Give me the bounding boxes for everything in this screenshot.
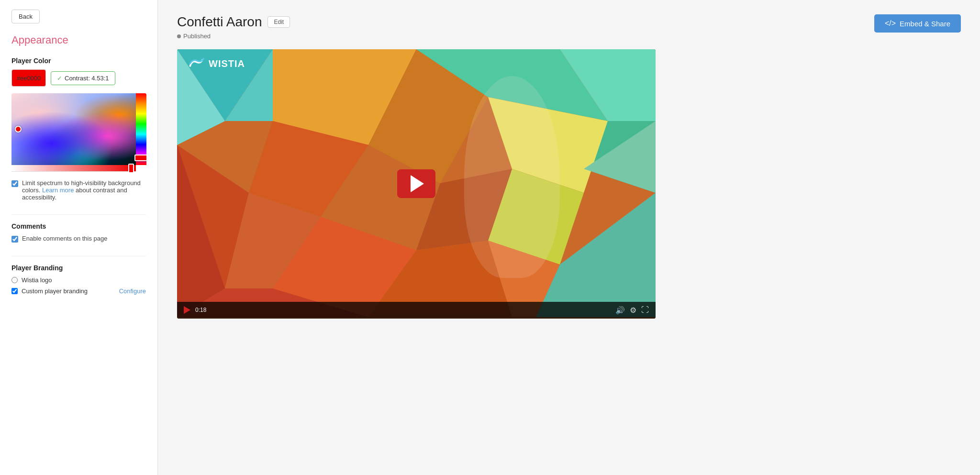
spectrum-dot[interactable] bbox=[15, 126, 22, 133]
main-content: Confetti Aaron Edit Published </> Embed … bbox=[158, 0, 980, 475]
color-hex-value: #ee0000 bbox=[17, 75, 41, 82]
configure-link[interactable]: Configure bbox=[119, 287, 146, 295]
hue-slider[interactable] bbox=[136, 93, 146, 165]
spectrum-canvas bbox=[11, 93, 146, 165]
limit-spectrum-text: Limit spectrum to high-visibility backgr… bbox=[22, 179, 146, 201]
divider-2 bbox=[11, 256, 146, 256]
embed-share-button[interactable]: </> Embed & Share bbox=[874, 14, 961, 33]
contrast-check-icon: ✓ bbox=[57, 75, 62, 82]
custom-branding-text: Custom player branding bbox=[22, 287, 88, 295]
opacity-thumb[interactable] bbox=[128, 164, 134, 173]
video-overlay[interactable] bbox=[177, 49, 656, 319]
hue-thumb[interactable] bbox=[134, 155, 146, 161]
opacity-bar[interactable] bbox=[11, 165, 136, 172]
enable-comments-row: Enable comments on this page bbox=[11, 235, 146, 243]
play-control-icon[interactable] bbox=[184, 306, 190, 314]
color-spectrum[interactable] bbox=[11, 93, 146, 165]
custom-branding-row: Custom player branding Configure bbox=[11, 287, 146, 295]
sidebar: Back Appearance Player Color #ee0000 ✓ C… bbox=[0, 0, 158, 475]
embed-share-label: Embed & Share bbox=[900, 20, 950, 28]
published-dot-icon bbox=[177, 34, 181, 38]
enable-comments-text: Enable comments on this page bbox=[22, 235, 108, 242]
contrast-label: Contrast: 4.53:1 bbox=[65, 75, 109, 82]
back-button[interactable]: Back bbox=[11, 10, 40, 23]
appearance-title: Appearance bbox=[11, 34, 146, 46]
wistia-logo-radio[interactable] bbox=[11, 277, 18, 283]
page-header-left: Confetti Aaron Edit Published bbox=[177, 14, 290, 40]
published-label: Published bbox=[183, 33, 211, 40]
divider-1 bbox=[11, 214, 146, 215]
custom-branding-checkbox[interactable] bbox=[11, 288, 18, 294]
color-picker[interactable] bbox=[11, 93, 146, 172]
video-title-row: Confetti Aaron Edit bbox=[177, 14, 290, 30]
video-title: Confetti Aaron bbox=[177, 14, 262, 30]
edit-button[interactable]: Edit bbox=[267, 16, 290, 28]
player-color-row: #ee0000 ✓ Contrast: 4.53:1 bbox=[11, 69, 146, 87]
page-header: Confetti Aaron Edit Published </> Embed … bbox=[177, 14, 961, 40]
published-badge: Published bbox=[177, 33, 290, 40]
learn-more-link[interactable]: Learn more bbox=[42, 187, 74, 194]
play-triangle-icon bbox=[411, 175, 424, 192]
play-button-large[interactable] bbox=[397, 169, 435, 198]
video-thumbnail[interactable]: WISTIA bbox=[177, 49, 656, 319]
color-swatch[interactable]: #ee0000 bbox=[11, 69, 46, 87]
fullscreen-icon[interactable]: ⛶ bbox=[641, 306, 649, 314]
wistia-logo-row: Wistia logo bbox=[11, 276, 146, 284]
player-branding-label: Player Branding bbox=[11, 264, 146, 272]
limit-spectrum-row: Limit spectrum to high-visibility backgr… bbox=[11, 179, 146, 201]
enable-comments-checkbox[interactable] bbox=[11, 236, 18, 243]
embed-code-icon: </> bbox=[885, 19, 896, 28]
comments-label: Comments bbox=[11, 222, 146, 230]
contrast-badge: ✓ Contrast: 4.53:1 bbox=[51, 71, 115, 85]
video-controls: 0:18 🔊 ⚙ ⛶ bbox=[177, 302, 656, 319]
settings-icon[interactable]: ⚙ bbox=[630, 306, 636, 315]
volume-icon[interactable]: 🔊 bbox=[615, 306, 625, 315]
video-container[interactable]: WISTIA 0:18 🔊 ⚙ ⛶ bbox=[177, 49, 656, 319]
player-color-label: Player Color bbox=[11, 57, 146, 65]
video-time: 0:18 bbox=[195, 307, 206, 313]
limit-spectrum-checkbox[interactable] bbox=[11, 180, 18, 187]
wistia-logo-text: Wistia logo bbox=[22, 276, 52, 284]
